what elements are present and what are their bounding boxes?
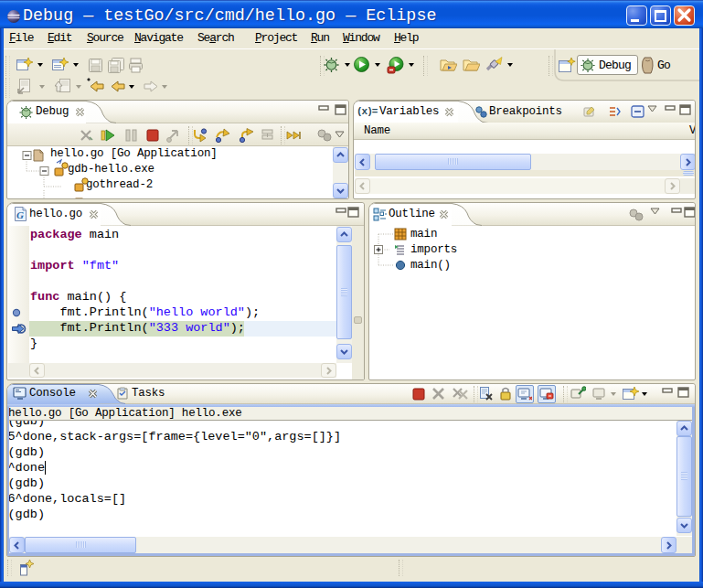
svg-text:G: G: [16, 209, 24, 220]
